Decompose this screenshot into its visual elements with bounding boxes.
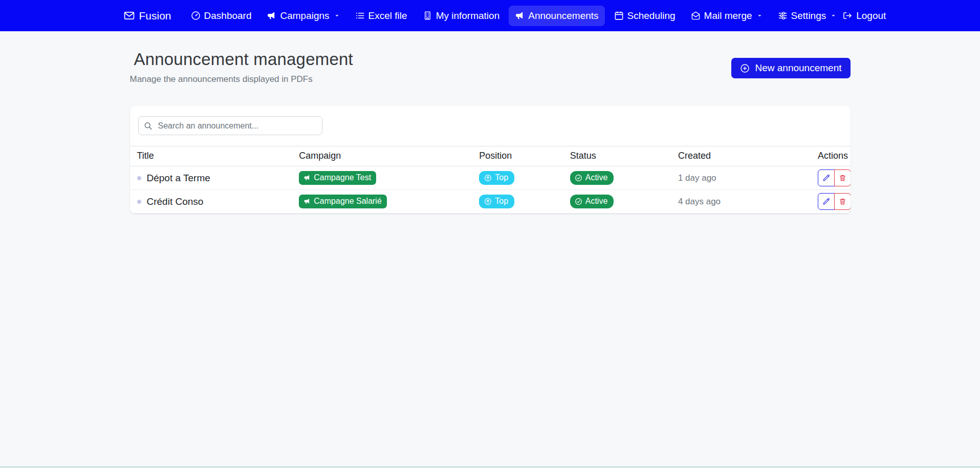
nav-item-excel-file[interactable]: Excel file <box>349 6 413 26</box>
envelope-icon <box>124 10 135 21</box>
check-circle-icon <box>575 174 582 182</box>
row-dot <box>137 176 141 180</box>
chevron-down-icon <box>757 13 763 18</box>
announcements-table: Title Campaign Position Status Created A… <box>130 146 851 214</box>
logout-label: Logout <box>856 10 886 22</box>
campaign-badge: Campagne Test <box>299 171 376 185</box>
status-badge: Active <box>570 195 614 208</box>
nav-item-campaigns[interactable]: Campaigns <box>260 6 345 26</box>
envelope-open-icon <box>691 11 701 20</box>
status-badge-label: Active <box>585 174 608 182</box>
position-badge: Top <box>479 171 514 185</box>
list-icon <box>355 11 365 20</box>
nav-item-label: Mail merge <box>704 10 752 22</box>
main-content: Announcement management Manage the annou… <box>129 50 852 214</box>
position-badge-label: Top <box>495 174 508 182</box>
nav-item-label: Scheduling <box>627 10 676 22</box>
page-header: Announcement management Manage the annou… <box>130 50 851 84</box>
megaphone-icon <box>267 11 276 20</box>
row-dot <box>137 200 141 204</box>
nav-item-scheduling[interactable]: Scheduling <box>608 6 682 26</box>
pencil-icon <box>822 174 830 182</box>
sliders-icon <box>778 11 788 20</box>
column-header-campaign: Campaign <box>292 146 472 166</box>
brand-link[interactable]: Fusion <box>124 10 171 22</box>
logout-button[interactable]: Logout <box>842 10 886 22</box>
position-badge-label: Top <box>495 197 508 205</box>
building-icon <box>423 11 432 20</box>
edit-button[interactable] <box>818 193 835 210</box>
status-badge-label: Active <box>585 197 608 205</box>
campaign-badge: Campagne Salarié <box>299 195 387 208</box>
announcement-title: Dépot a Terme <box>147 173 210 184</box>
position-badge: Top <box>479 195 514 208</box>
nav-item-label: My information <box>436 10 500 22</box>
campaign-badge-label: Campagne Salarié <box>314 197 382 205</box>
arrow-up-circle-icon <box>484 174 492 182</box>
column-header-position: Position <box>472 146 562 166</box>
column-header-created: Created <box>671 146 811 166</box>
page-subtitle: Manage the announcements displayed in PD… <box>130 74 353 84</box>
new-announcement-label: New announcement <box>755 62 842 74</box>
nav-item-mail-merge[interactable]: Mail merge <box>685 6 769 26</box>
row-actions <box>818 169 850 186</box>
table-row: Dépot a Terme Campagne Test <box>130 166 851 190</box>
calendar-icon <box>614 11 624 20</box>
chevron-down-icon <box>334 13 340 18</box>
status-badge: Active <box>570 171 614 185</box>
column-header-title: Title <box>130 146 292 166</box>
megaphone-icon <box>303 174 311 181</box>
nav-item-label: Campaigns <box>280 10 329 22</box>
new-announcement-button[interactable]: New announcement <box>731 58 851 78</box>
page-title: Announcement management <box>130 50 353 69</box>
trash-icon <box>839 198 846 205</box>
nav-item-label: Announcements <box>528 10 598 22</box>
nav-item-announcements[interactable]: Announcements <box>509 6 604 26</box>
created-at: 1 day ago <box>671 166 811 190</box>
megaphone-icon <box>303 198 311 205</box>
nav-item-dashboard[interactable]: Dashboard <box>185 6 258 26</box>
table-row: Crédit Conso Campagne Salarié <box>130 190 851 214</box>
announcements-card: Title Campaign Position Status Created A… <box>130 106 851 214</box>
column-header-status: Status <box>563 146 671 166</box>
created-at: 4 days ago <box>671 190 811 214</box>
trash-icon <box>839 174 846 182</box>
nav-links: Dashboard Campaigns <box>185 6 843 26</box>
table-header-row: Title Campaign Position Status Created A… <box>130 146 851 166</box>
delete-button[interactable] <box>834 193 850 210</box>
plus-circle-icon <box>740 63 750 73</box>
search-input[interactable] <box>138 116 322 135</box>
speedometer-icon <box>191 11 201 20</box>
edit-button[interactable] <box>818 169 835 186</box>
search-box <box>138 116 322 135</box>
pencil-icon <box>822 198 830 205</box>
column-header-actions: Actions <box>811 146 850 166</box>
nav-item-label: Dashboard <box>204 10 252 22</box>
nav-item-label: Excel file <box>368 10 407 22</box>
arrow-up-circle-icon <box>484 198 492 205</box>
announcement-title: Crédit Conso <box>147 196 204 207</box>
row-actions <box>818 193 850 210</box>
brand-label: Fusion <box>139 10 171 22</box>
campaign-badge-label: Campagne Test <box>314 174 371 182</box>
top-navbar: Fusion Dashboard Ca <box>0 0 980 31</box>
nav-item-label: Settings <box>791 10 826 22</box>
chevron-down-icon <box>831 13 836 18</box>
nav-item-my-information[interactable]: My information <box>417 6 506 26</box>
check-circle-icon <box>575 198 582 205</box>
nav-item-settings[interactable]: Settings <box>772 6 843 26</box>
box-arrow-right-icon <box>842 11 852 20</box>
delete-button[interactable] <box>834 169 850 186</box>
megaphone-icon <box>515 11 525 20</box>
